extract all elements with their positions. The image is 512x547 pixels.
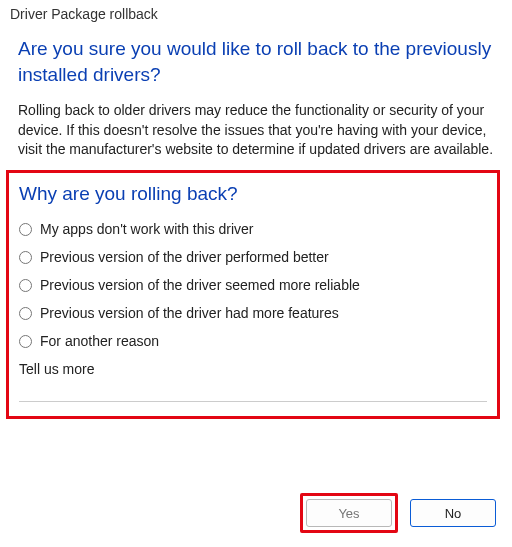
reason-radio-features[interactable]	[19, 307, 32, 320]
main-heading: Are you sure you would like to roll back…	[18, 36, 494, 87]
reason-option: My apps don't work with this driver	[19, 221, 487, 237]
reason-option: Previous version of the driver performed…	[19, 249, 487, 265]
reason-radio-better[interactable]	[19, 251, 32, 264]
reason-radio-other[interactable]	[19, 335, 32, 348]
reason-label[interactable]: For another reason	[40, 333, 159, 349]
reason-option: For another reason	[19, 333, 487, 349]
reason-radio-reliable[interactable]	[19, 279, 32, 292]
yes-button-highlight: Yes	[300, 493, 398, 533]
rollback-reason-section: Why are you rolling back? My apps don't …	[6, 170, 500, 419]
no-button[interactable]: No	[410, 499, 496, 527]
reason-option: Previous version of the driver had more …	[19, 305, 487, 321]
dialog-buttons: Yes No	[300, 493, 496, 533]
reason-label[interactable]: My apps don't work with this driver	[40, 221, 254, 237]
tell-more-input[interactable]	[19, 381, 487, 402]
reason-radio-apps[interactable]	[19, 223, 32, 236]
reason-label[interactable]: Previous version of the driver performed…	[40, 249, 329, 265]
reason-label[interactable]: Previous version of the driver seemed mo…	[40, 277, 360, 293]
dialog-content: Are you sure you would like to roll back…	[0, 30, 512, 419]
description-text: Rolling back to older drivers may reduce…	[18, 101, 494, 160]
reason-label[interactable]: Previous version of the driver had more …	[40, 305, 339, 321]
tell-more-label: Tell us more	[19, 361, 487, 377]
reason-option: Previous version of the driver seemed mo…	[19, 277, 487, 293]
yes-button[interactable]: Yes	[306, 499, 392, 527]
reason-heading: Why are you rolling back?	[19, 183, 487, 205]
window-title: Driver Package rollback	[0, 0, 512, 30]
